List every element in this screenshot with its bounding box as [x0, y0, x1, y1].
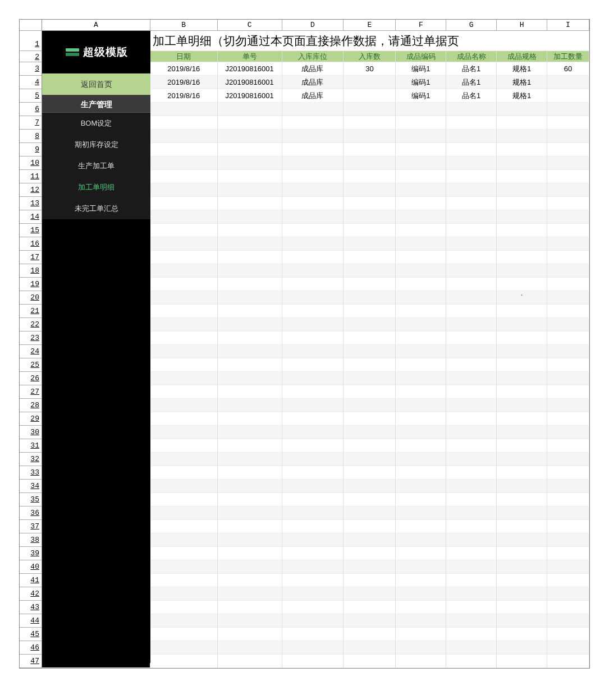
- cell[interactable]: [547, 520, 589, 533]
- cell[interactable]: [344, 156, 396, 170]
- row-header[interactable]: 16: [20, 237, 42, 251]
- cell[interactable]: [497, 641, 547, 655]
- row-header[interactable]: 18: [20, 264, 42, 278]
- cell[interactable]: [446, 224, 497, 237]
- cell[interactable]: [282, 587, 344, 601]
- cell[interactable]: [218, 453, 282, 466]
- cell[interactable]: [150, 197, 218, 210]
- row-header[interactable]: 32: [20, 453, 42, 466]
- cell[interactable]: [282, 116, 344, 130]
- row-header[interactable]: 43: [20, 601, 42, 614]
- cell[interactable]: [150, 426, 218, 439]
- table-header-E[interactable]: 入库数: [344, 51, 396, 62]
- row-header[interactable]: 38: [20, 533, 42, 547]
- row-header[interactable]: 42: [20, 587, 42, 601]
- cell[interactable]: [547, 251, 589, 264]
- cell[interactable]: [497, 278, 547, 291]
- cell[interactable]: [396, 506, 446, 520]
- cell[interactable]: [497, 116, 547, 130]
- cell[interactable]: [282, 560, 344, 574]
- cell[interactable]: [547, 170, 589, 183]
- cell[interactable]: [344, 520, 396, 533]
- row-header[interactable]: 15: [20, 224, 42, 237]
- row-header[interactable]: 39: [20, 547, 42, 560]
- cell[interactable]: [150, 237, 218, 251]
- cell[interactable]: [344, 399, 396, 412]
- cell[interactable]: [547, 237, 589, 251]
- cell[interactable]: [497, 385, 547, 399]
- cell[interactable]: [547, 560, 589, 574]
- cell[interactable]: [218, 237, 282, 251]
- cell[interactable]: [497, 210, 547, 224]
- cell[interactable]: [547, 547, 589, 560]
- cell[interactable]: [396, 574, 446, 587]
- cell[interactable]: [282, 628, 344, 641]
- cell[interactable]: [497, 197, 547, 210]
- cell[interactable]: [547, 412, 589, 426]
- cell[interactable]: [396, 614, 446, 628]
- cell[interactable]: [547, 655, 589, 668]
- cell[interactable]: [396, 331, 446, 345]
- row-header[interactable]: 10: [20, 156, 42, 170]
- cell[interactable]: [547, 641, 589, 655]
- row-header[interactable]: 41: [20, 574, 42, 587]
- cell[interactable]: [396, 264, 446, 278]
- cell[interactable]: [497, 156, 547, 170]
- cell[interactable]: [344, 305, 396, 318]
- cell[interactable]: [547, 480, 589, 493]
- row-header[interactable]: 29: [20, 412, 42, 426]
- cell[interactable]: [446, 358, 497, 372]
- cell[interactable]: [497, 412, 547, 426]
- cell[interactable]: [547, 210, 589, 224]
- cell[interactable]: [282, 331, 344, 345]
- cell[interactable]: [446, 278, 497, 291]
- row-header[interactable]: 19: [20, 278, 42, 291]
- cell[interactable]: [282, 547, 344, 560]
- cell[interactable]: 规格1: [497, 89, 547, 103]
- cell[interactable]: [547, 116, 589, 130]
- cell[interactable]: [396, 466, 446, 480]
- cell[interactable]: J20190816001: [218, 89, 282, 103]
- cell[interactable]: [150, 601, 218, 614]
- cell[interactable]: [218, 331, 282, 345]
- cell[interactable]: [150, 412, 218, 426]
- cell[interactable]: [547, 224, 589, 237]
- cell[interactable]: [344, 358, 396, 372]
- cell[interactable]: [547, 426, 589, 439]
- row-header[interactable]: 30: [20, 426, 42, 439]
- cell[interactable]: [497, 345, 547, 358]
- cell[interactable]: [396, 224, 446, 237]
- cell[interactable]: [497, 183, 547, 197]
- cell[interactable]: [344, 237, 396, 251]
- cell[interactable]: [547, 143, 589, 156]
- cell[interactable]: [150, 318, 218, 331]
- cell[interactable]: [150, 291, 218, 305]
- row-header[interactable]: 31: [20, 439, 42, 453]
- cell[interactable]: [446, 305, 497, 318]
- row-header[interactable]: 37: [20, 520, 42, 533]
- row-header[interactable]: 45: [20, 628, 42, 641]
- cell[interactable]: [547, 156, 589, 170]
- cell[interactable]: [282, 156, 344, 170]
- cell[interactable]: [547, 305, 589, 318]
- cell[interactable]: [344, 601, 396, 614]
- cell[interactable]: [344, 116, 396, 130]
- cell[interactable]: [218, 278, 282, 291]
- row-header[interactable]: 24: [20, 345, 42, 358]
- cell[interactable]: [547, 197, 589, 210]
- row-header[interactable]: 14: [20, 210, 42, 224]
- row-header[interactable]: 12: [20, 183, 42, 197]
- cell[interactable]: [446, 170, 497, 183]
- cell[interactable]: [218, 305, 282, 318]
- nav-item-unfinished-summary[interactable]: 未完工单汇总: [42, 198, 150, 219]
- cell[interactable]: [344, 210, 396, 224]
- cell[interactable]: [446, 480, 497, 493]
- row-header[interactable]: 26: [20, 372, 42, 385]
- cell[interactable]: [446, 655, 497, 668]
- cell[interactable]: [497, 305, 547, 318]
- row-header[interactable]: 6: [20, 103, 42, 116]
- cell[interactable]: [282, 318, 344, 331]
- cell[interactable]: 2019/8/16: [150, 89, 218, 103]
- cell[interactable]: [150, 587, 218, 601]
- cell[interactable]: [218, 439, 282, 453]
